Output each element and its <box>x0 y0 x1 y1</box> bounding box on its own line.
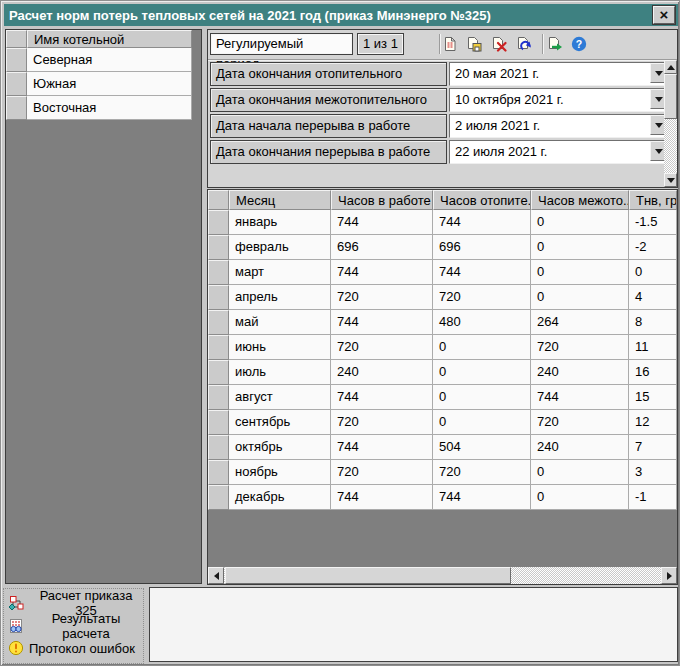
scroll-down-icon[interactable] <box>664 173 677 187</box>
table-cell[interactable]: 720 <box>531 335 629 360</box>
table-cell[interactable]: 4 <box>629 285 677 310</box>
table-row[interactable]: март74474400 <box>208 260 677 285</box>
table-cell[interactable]: 11 <box>629 335 677 360</box>
table-cell[interactable]: 720 <box>531 410 629 435</box>
table-cell[interactable]: 240 <box>531 435 629 460</box>
error-log-button[interactable]: Протокол ошибок <box>8 638 135 658</box>
table-row[interactable]: декабрь7447440-1 <box>208 485 677 510</box>
table-cell[interactable]: 16 <box>629 360 677 385</box>
row-selector[interactable] <box>208 435 229 460</box>
boiler-name[interactable]: Южная <box>27 72 192 96</box>
row-selector[interactable] <box>208 260 229 285</box>
help-icon[interactable]: ? <box>571 36 587 52</box>
table-horizontal-scrollbar[interactable] <box>208 567 677 584</box>
boiler-list-item[interactable]: Восточная <box>6 96 192 120</box>
table-cell[interactable]: октябрь <box>229 435 331 460</box>
table-cell[interactable]: 0 <box>531 235 629 260</box>
table-cell[interactable]: 0 <box>531 260 629 285</box>
boiler-list-item[interactable]: Северная <box>6 48 192 72</box>
table-cell[interactable]: 744 <box>433 260 531 285</box>
table-cell[interactable]: 744 <box>331 385 433 410</box>
table-row[interactable]: февраль6966960-2 <box>208 235 677 260</box>
row-selector[interactable] <box>208 235 229 260</box>
table-cell[interactable]: 720 <box>331 335 433 360</box>
table-cell[interactable]: 0 <box>531 285 629 310</box>
table-cell[interactable]: 744 <box>531 385 629 410</box>
boiler-name[interactable]: Восточная <box>27 96 192 120</box>
break-end-date-combo[interactable]: 22 июля 2021 г. <box>449 140 669 164</box>
table-cell[interactable]: 696 <box>433 235 531 260</box>
row-selector[interactable] <box>208 385 229 410</box>
save-record-icon[interactable] <box>466 36 482 52</box>
table-cell[interactable]: 744 <box>433 485 531 510</box>
table-cell[interactable]: сентябрь <box>229 410 331 435</box>
table-cell[interactable]: июнь <box>229 335 331 360</box>
table-cell[interactable]: декабрь <box>229 485 331 510</box>
scrollbar-thumb[interactable] <box>225 567 511 584</box>
calc-results-button[interactable]: Результаты расчета <box>8 616 143 636</box>
row-selector[interactable] <box>208 210 229 235</box>
table-cell[interactable]: май <box>229 310 331 335</box>
table-cell[interactable]: -1.5 <box>629 210 677 235</box>
row-selector[interactable] <box>6 72 27 96</box>
table-cell[interactable]: ноябрь <box>229 460 331 485</box>
scroll-up-icon[interactable] <box>664 60 677 74</box>
boiler-name[interactable]: Северная <box>27 48 192 72</box>
table-cell[interactable]: 744 <box>331 210 433 235</box>
table-cell[interactable]: 12 <box>629 410 677 435</box>
table-cell[interactable]: 3 <box>629 460 677 485</box>
scroll-right-icon[interactable] <box>661 567 677 584</box>
table-cell[interactable]: 744 <box>331 435 433 460</box>
table-row[interactable]: июль240024016 <box>208 360 677 385</box>
heating-end-date-combo[interactable]: 20 мая 2021 г. <box>449 62 669 86</box>
table-cell[interactable]: 744 <box>331 485 433 510</box>
table-row[interactable]: апрель72072004 <box>208 285 677 310</box>
table-cell[interactable]: 264 <box>531 310 629 335</box>
cancel-edit-icon[interactable] <box>516 36 532 52</box>
table-cell[interactable]: 0 <box>433 385 531 410</box>
table-cell[interactable]: 0 <box>531 460 629 485</box>
boiler-list-item[interactable]: Южная <box>6 72 192 96</box>
table-cell[interactable]: 15 <box>629 385 677 410</box>
table-cell[interactable]: 8 <box>629 310 677 335</box>
table-cell[interactable]: 744 <box>433 210 531 235</box>
row-selector[interactable] <box>208 285 229 310</box>
table-cell[interactable]: 720 <box>331 410 433 435</box>
row-selector[interactable] <box>6 96 27 120</box>
table-cell[interactable]: 720 <box>433 285 531 310</box>
close-button[interactable]: × <box>653 6 675 24</box>
row-selector[interactable] <box>208 335 229 360</box>
table-cell[interactable]: 0 <box>433 360 531 385</box>
table-cell[interactable]: март <box>229 260 331 285</box>
new-record-icon[interactable] <box>442 36 458 52</box>
scrollbar-thumb[interactable] <box>664 74 677 119</box>
table-cell[interactable]: 0 <box>531 485 629 510</box>
delete-record-icon[interactable] <box>491 36 507 52</box>
row-selector[interactable] <box>208 310 229 335</box>
table-row[interactable]: сентябрь720072012 <box>208 410 677 435</box>
interheating-end-date-combo[interactable]: 10 октября 2021 г. <box>449 88 669 112</box>
table-cell[interactable]: 0 <box>433 335 531 360</box>
calc-order-325-button[interactable]: Расчет приказа 325 <box>8 593 143 613</box>
table-cell[interactable]: 504 <box>433 435 531 460</box>
table-row[interactable]: август744074415 <box>208 385 677 410</box>
table-cell[interactable]: январь <box>229 210 331 235</box>
table-cell[interactable]: 0 <box>531 210 629 235</box>
table-cell[interactable]: февраль <box>229 235 331 260</box>
row-selector[interactable] <box>6 48 27 72</box>
row-selector[interactable] <box>208 485 229 510</box>
row-selector[interactable] <box>208 360 229 385</box>
table-cell[interactable]: 720 <box>433 460 531 485</box>
table-row[interactable]: ноябрь72072003 <box>208 460 677 485</box>
table-cell[interactable]: 696 <box>331 235 433 260</box>
table-cell[interactable]: 720 <box>331 460 433 485</box>
table-row[interactable]: июнь720072011 <box>208 335 677 360</box>
table-cell[interactable]: 480 <box>433 310 531 335</box>
table-cell[interactable]: -2 <box>629 235 677 260</box>
table-row[interactable]: январь7447440-1.5 <box>208 210 677 235</box>
table-cell[interactable]: июль <box>229 360 331 385</box>
post-record-icon[interactable] <box>547 36 563 52</box>
row-selector[interactable] <box>208 410 229 435</box>
table-cell[interactable]: 0 <box>629 260 677 285</box>
table-cell[interactable]: 744 <box>331 260 433 285</box>
